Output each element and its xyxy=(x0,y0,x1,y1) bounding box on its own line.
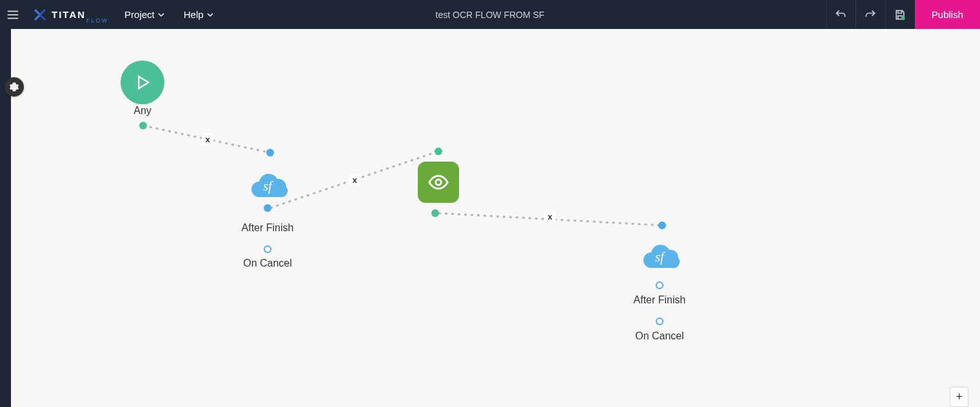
sf1-after-label: After Finish xyxy=(242,222,294,234)
main-menu: Project Help xyxy=(124,9,213,20)
cloud-icon: sf xyxy=(638,242,681,272)
top-bar: TITAN FLOW Project Help test OCR FLOW FR… xyxy=(0,0,980,29)
sf1-after-port[interactable] xyxy=(264,204,271,212)
hamburger-icon xyxy=(6,8,20,22)
publish-button[interactable]: Publish xyxy=(915,0,980,29)
menu-help[interactable]: Help xyxy=(184,9,213,20)
sf2-in-port[interactable] xyxy=(658,222,666,229)
start-node[interactable] xyxy=(121,61,164,104)
menu-project-label: Project xyxy=(124,9,155,20)
settings-fab[interactable] xyxy=(5,77,24,97)
flow-canvas[interactable]: Any x sf After Finish On Cancel x x sf A… xyxy=(11,29,980,407)
ocr-out-port[interactable] xyxy=(431,209,439,217)
save-icon xyxy=(894,8,906,21)
salesforce-node-1[interactable]: sf xyxy=(246,171,289,201)
ocr-node[interactable] xyxy=(418,162,459,203)
menu-help-label: Help xyxy=(184,9,204,20)
logo-mark-icon xyxy=(32,7,48,23)
edge-delete-1[interactable]: x xyxy=(202,133,213,145)
eye-icon xyxy=(427,171,449,193)
save-button[interactable] xyxy=(885,0,915,29)
svg-marker-4 xyxy=(139,77,148,89)
document-title: test OCR FLOW FROM SF xyxy=(436,10,545,20)
sf2-cancel-label: On Cancel xyxy=(635,330,684,342)
svg-point-3 xyxy=(902,17,905,20)
sf1-in-port[interactable] xyxy=(266,149,274,156)
gear-icon xyxy=(9,82,19,92)
chevron-down-icon xyxy=(158,12,164,18)
logo-subtitle: FLOW xyxy=(86,17,108,24)
logo-title: TITAN xyxy=(52,10,86,19)
edge-delete-2[interactable]: x xyxy=(349,174,360,185)
svg-point-5 xyxy=(436,180,442,185)
edge-delete-3[interactable]: x xyxy=(544,211,556,222)
start-node-label: Any xyxy=(133,105,152,117)
ocr-in-port[interactable] xyxy=(435,147,442,155)
toolbar-right: Publish xyxy=(826,0,980,29)
menu-project[interactable]: Project xyxy=(124,9,164,20)
sf1-cancel-label: On Cancel xyxy=(243,258,292,269)
undo-button[interactable] xyxy=(826,0,856,29)
play-icon xyxy=(133,73,152,91)
redo-button[interactable] xyxy=(856,0,885,29)
sf2-cancel-port[interactable] xyxy=(656,317,663,325)
cloud-icon: sf xyxy=(246,171,289,201)
start-out-port[interactable] xyxy=(139,122,147,129)
undo-icon xyxy=(834,8,847,21)
salesforce-node-2[interactable]: sf xyxy=(638,242,681,272)
sf2-after-label: After Finish xyxy=(634,294,686,306)
hamburger-menu[interactable] xyxy=(0,8,26,22)
sf2-after-port[interactable] xyxy=(656,281,663,289)
redo-icon xyxy=(864,8,877,21)
publish-label: Publish xyxy=(932,9,963,20)
zoom-control[interactable]: + xyxy=(950,387,968,407)
sf1-cancel-port[interactable] xyxy=(264,245,271,253)
logo[interactable]: TITAN xyxy=(32,7,86,23)
chevron-down-icon xyxy=(207,12,213,18)
zoom-in-icon: + xyxy=(956,390,963,404)
